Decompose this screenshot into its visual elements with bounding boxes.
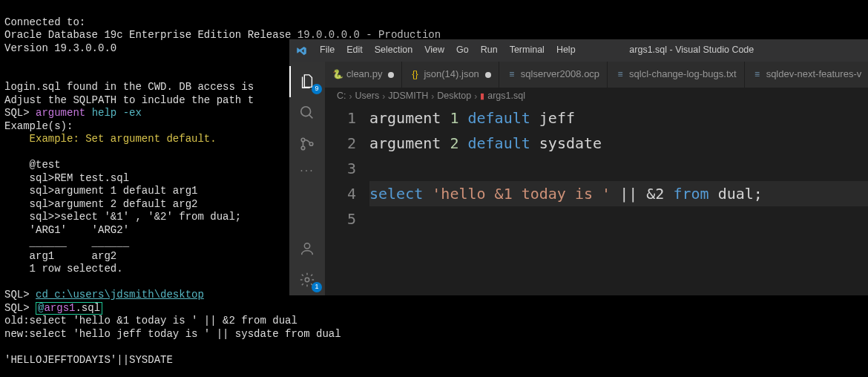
terminal-line: Example(s): — [4, 120, 73, 132]
settings-icon[interactable]: 1 — [289, 264, 325, 295]
code-text[interactable]: argument 1 default jeff argument 2 defau… — [369, 105, 868, 295]
more-icon[interactable]: ··· — [289, 160, 325, 182]
text-file-icon: ≡ — [615, 69, 625, 80]
explorer-icon[interactable]: 9 — [289, 66, 325, 97]
chevron-right-icon: › — [474, 91, 477, 102]
code-line-current[interactable]: select 'hello &1 today is ' || &2 from d… — [369, 181, 868, 206]
terminal-line: Adjust the SQLPATH to include the path t — [4, 94, 254, 106]
tab-label: sqlserver2008.ocp — [521, 68, 599, 80]
line-number: 2 — [325, 131, 356, 156]
code-line[interactable] — [369, 156, 868, 181]
chevron-right-icon: › — [349, 91, 352, 102]
menu-view[interactable]: View — [419, 42, 450, 59]
line-number: 3 — [325, 156, 356, 181]
code-line[interactable]: argument 2 default sysdate — [369, 131, 868, 156]
text-file-icon: ≡ — [752, 69, 763, 80]
terminal-example-title: Example: Set argument default. — [4, 133, 217, 145]
vscode-window: File Edit Selection View Go Run Terminal… — [289, 39, 868, 295]
breadcrumb-segment[interactable]: Users — [355, 91, 380, 102]
line-number: 1 — [325, 105, 356, 131]
svg-point-2 — [301, 138, 305, 142]
vscode-logo-icon — [295, 45, 307, 56]
window-title: args1.sql - Visual Studio Code — [581, 45, 862, 56]
terminal-line: login.sql found in the CWD. DB access is — [4, 81, 254, 93]
menu-bar: File Edit Selection View Go Run Terminal… — [315, 42, 581, 59]
tab-txt1[interactable]: ≡ sqlcl-change-log-bugs.txt — [608, 62, 745, 88]
breadcrumb-segment[interactable]: JDSMITH — [388, 91, 428, 102]
python-file-icon: 🐍 — [332, 69, 343, 80]
tab-bar: 🐍 clean.py {} json(14).json ≡ sqlserver2… — [325, 62, 868, 88]
json-file-icon: {} — [410, 69, 420, 80]
title-bar[interactable]: File Edit Selection View Go Run Terminal… — [289, 39, 868, 62]
tab-txt2[interactable]: ≡ sqldev-next-features-v — [745, 62, 868, 88]
terminal-prompt-line: SQL> @args1.sql — [4, 302, 102, 314]
menu-run[interactable]: Run — [476, 42, 503, 59]
breadcrumb[interactable]: C:› Users› JDSMITH› Desktop› ▮ args1.sql — [325, 88, 868, 105]
tab-clean-py[interactable]: 🐍 clean.py — [325, 62, 402, 88]
terminal-line: sql>>select '&1' , '&2' from dual; — [4, 211, 241, 223]
modified-dot-icon — [485, 72, 491, 78]
generic-file-icon: ≡ — [507, 69, 517, 80]
code-line[interactable] — [369, 206, 868, 232]
terminal-line: 1 row selected. — [4, 263, 123, 275]
line-number: 4 — [325, 181, 356, 206]
settings-badge: 1 — [312, 282, 322, 292]
menu-file[interactable]: File — [315, 42, 340, 59]
terminal-line: Version 19.3.0.0.0 — [4, 42, 116, 54]
terminal-line: 'HELLOJEFFTODAYIS'||SYSDATE — [4, 354, 173, 366]
svg-point-0 — [301, 107, 311, 117]
terminal-line: ______ ______ — [4, 237, 129, 249]
chevron-right-icon: › — [382, 91, 385, 102]
tab-json[interactable]: {} json(14).json — [402, 62, 499, 88]
terminal-line: sql>REM test.sql — [4, 172, 129, 184]
terminal-line: 'ARG1' 'ARG2' — [4, 224, 129, 236]
terminal-line: new:select 'hello jeff today is ' || sys… — [4, 328, 341, 340]
breadcrumb-file[interactable]: args1.sql — [487, 91, 525, 102]
svg-point-3 — [301, 146, 305, 150]
terminal-prompt-line: SQL> cd c:\users\jdsmith\desktop — [4, 289, 204, 301]
terminal-line: sql>argument 2 default arg2 — [4, 198, 197, 210]
activity-bar: 9 ··· 1 — [289, 62, 325, 295]
account-icon[interactable] — [289, 233, 325, 264]
code-editor[interactable]: 1 2 3 4 5 argument 1 default jeff argume… — [325, 105, 868, 295]
editor-area: 🐍 clean.py {} json(14).json ≡ sqlserver2… — [325, 62, 868, 295]
terminal-line: old:select 'hello &1 today is ' || &2 fr… — [4, 315, 297, 327]
explorer-badge: 9 — [312, 84, 322, 94]
tab-label: clean.py — [346, 68, 382, 80]
highlighted-command: @args1.sql — [36, 302, 102, 315]
sql-file-icon: ▮ — [480, 91, 484, 102]
menu-selection[interactable]: Selection — [369, 42, 418, 59]
terminal-line: Connected to: — [4, 16, 85, 28]
terminal-prompt-line: SQL> argument help -ex — [4, 107, 142, 119]
menu-terminal[interactable]: Terminal — [504, 42, 550, 59]
terminal-line: @test — [4, 159, 61, 171]
svg-point-5 — [304, 243, 309, 249]
breadcrumb-segment[interactable]: Desktop — [437, 91, 471, 102]
search-icon[interactable] — [289, 97, 325, 128]
svg-point-6 — [305, 278, 309, 282]
source-control-icon[interactable] — [289, 128, 325, 160]
menu-edit[interactable]: Edit — [341, 42, 368, 59]
terminal-line: sql>argument 1 default arg1 — [4, 185, 197, 197]
svg-line-1 — [309, 115, 313, 119]
tab-label: sqldev-next-features-v — [766, 68, 862, 80]
chevron-right-icon: › — [431, 91, 434, 102]
code-line[interactable]: argument 1 default jeff — [369, 105, 868, 131]
menu-help[interactable]: Help — [551, 42, 581, 59]
tab-ocp[interactable]: ≡ sqlserver2008.ocp — [499, 62, 608, 88]
menu-go[interactable]: Go — [451, 42, 474, 59]
line-number: 5 — [325, 206, 356, 232]
tab-label: json(14).json — [424, 68, 479, 80]
terminal-line: arg1 arg2 — [4, 250, 116, 262]
breadcrumb-segment[interactable]: C: — [337, 91, 346, 102]
tab-label: sqlcl-change-log-bugs.txt — [629, 68, 737, 80]
modified-dot-icon — [388, 72, 394, 78]
line-number-gutter: 1 2 3 4 5 — [325, 105, 369, 295]
